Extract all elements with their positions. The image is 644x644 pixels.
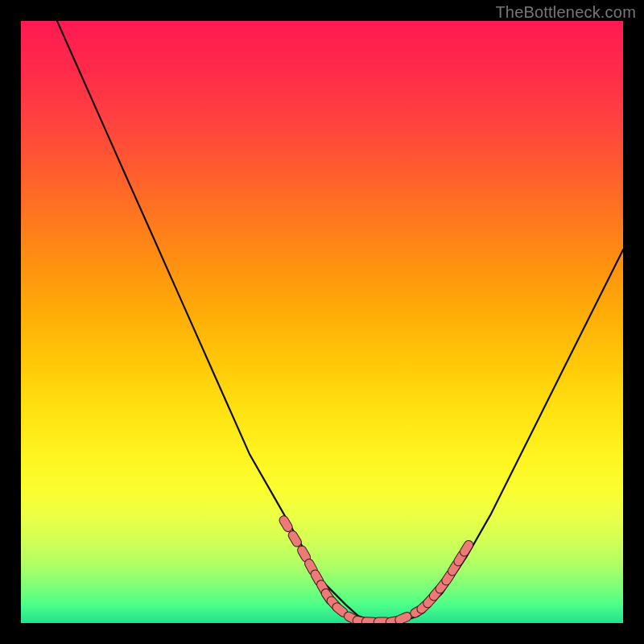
watermark-text: TheBottleneck.com [495,3,636,22]
chart-frame: TheBottleneck.com [0,0,644,644]
plot-area [21,21,623,623]
chart-svg [21,21,623,623]
data-marker [394,611,413,623]
data-marker [287,529,303,548]
bottleneck-curve [57,21,623,622]
data-markers [278,514,475,623]
data-marker [278,514,294,534]
